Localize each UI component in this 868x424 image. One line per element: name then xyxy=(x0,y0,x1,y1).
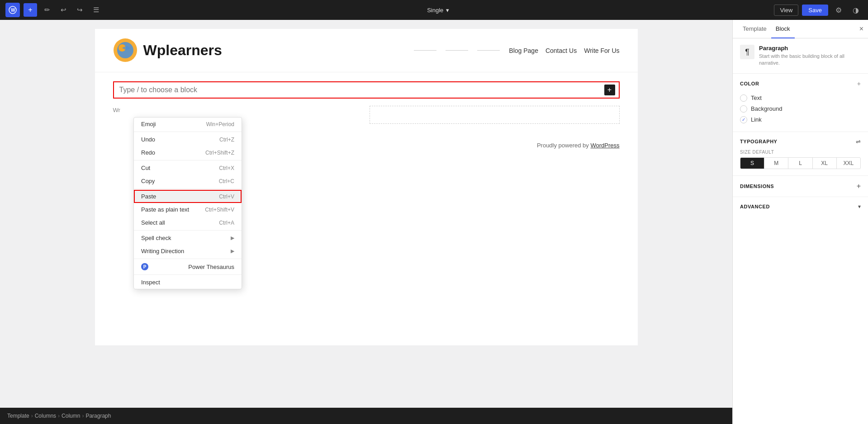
nav-contact[interactable]: Contact Us xyxy=(545,47,577,54)
paste-plain-label: Paste as plain text xyxy=(141,206,189,213)
site-content: Wplearners Blog Page Contact Us Write Fo… xyxy=(95,29,638,345)
view-button[interactable]: View xyxy=(774,5,798,16)
color-link[interactable]: ✓ Link xyxy=(740,114,861,125)
paste-label: Paste xyxy=(141,193,156,200)
size-l[interactable]: L xyxy=(788,158,812,169)
color-label: Color xyxy=(740,81,759,86)
spell-check-label: Spell check xyxy=(141,235,171,241)
color-options: Text Background ✓ Link xyxy=(740,93,861,125)
tab-block[interactable]: Block xyxy=(771,20,795,38)
color-header[interactable]: Color + xyxy=(740,80,861,87)
menu-spell-check[interactable]: Spell check ▶ xyxy=(134,231,242,245)
background-radio xyxy=(740,105,747,113)
breadcrumb-template[interactable]: Template xyxy=(7,413,29,419)
title-arrow[interactable]: ▾ xyxy=(446,7,449,14)
breadcrumb-paragraph[interactable]: Paragraph xyxy=(85,413,111,419)
paragraph-title: Paragraph xyxy=(759,45,861,52)
gear-icon: ⚙ xyxy=(835,6,842,14)
toolbar-center: Single ▾ xyxy=(427,7,449,14)
redo-button[interactable]: ↪ xyxy=(73,4,86,16)
undo-button[interactable]: ↩ xyxy=(57,4,70,16)
top-toolbar: W + ✏ ↩ ↪ ☰ Single ▾ View Save ⚙ ◑ xyxy=(0,0,868,20)
advanced-chevron-icon: ▾ xyxy=(858,203,861,210)
menu-redo[interactable]: Redo Ctrl+Shift+Z xyxy=(134,146,242,159)
divider-3 xyxy=(134,188,242,189)
writing-direction-label: Writing Direction xyxy=(141,248,184,254)
column-left-label: Wr xyxy=(113,107,120,113)
advanced-header[interactable]: Advanced ▾ xyxy=(740,203,861,210)
editor-area: Wplearners Blog Page Contact Us Write Fo… xyxy=(0,20,732,424)
divider-2 xyxy=(134,160,242,160)
size-xxl[interactable]: XXL xyxy=(837,158,860,169)
add-block-button[interactable]: + xyxy=(24,3,37,17)
menu-emoji[interactable]: Emoji Win+Period xyxy=(134,118,242,131)
nav-divider-3 xyxy=(477,50,500,51)
settings-button[interactable]: ⚙ xyxy=(832,3,845,17)
menu-power-thesaurus[interactable]: P Power Thesaurus xyxy=(134,260,242,273)
toolbar-right: View Save ⚙ ◑ xyxy=(774,3,863,17)
background-label: Background xyxy=(751,105,782,112)
select-all-shortcut: Ctrl+A xyxy=(219,220,234,226)
dimensions-header[interactable]: Dimensions + xyxy=(740,182,861,190)
typography-header: Typography ⇌ xyxy=(740,138,861,145)
nav-blog[interactable]: Blog Page xyxy=(509,47,538,54)
panel-close-button[interactable]: × xyxy=(859,25,863,33)
menu-paste[interactable]: Paste Ctrl+V xyxy=(134,190,242,203)
inspect-label: Inspect xyxy=(141,279,160,286)
list-button[interactable]: ☰ xyxy=(90,4,102,16)
size-s[interactable]: S xyxy=(740,158,764,169)
color-section: Color + Text Background ✓ Link xyxy=(733,74,868,132)
menu-copy[interactable]: Copy Ctrl+C xyxy=(134,174,242,188)
nav-links: Blog Page Contact Us Write For Us xyxy=(509,47,619,54)
link-label: Link xyxy=(751,116,762,123)
site-nav: Blog Page Contact Us Write For Us xyxy=(414,47,619,54)
breadcrumb-column[interactable]: Column xyxy=(62,413,80,419)
breadcrumb-chevron-1: › xyxy=(31,413,33,419)
color-background[interactable]: Background xyxy=(740,104,861,114)
block-input[interactable] xyxy=(114,82,619,98)
menu-inspect[interactable]: Inspect xyxy=(134,276,242,289)
divider-5 xyxy=(134,259,242,259)
theme-button[interactable]: ◑ xyxy=(849,3,863,17)
menu-select-all[interactable]: Select all Ctrl+A xyxy=(134,216,242,229)
undo-icon: ↩ xyxy=(61,6,66,14)
breadcrumb-columns[interactable]: Columns xyxy=(35,413,56,419)
menu-writing-direction[interactable]: Writing Direction ▶ xyxy=(134,245,242,258)
site-header: Wplearners Blog Page Contact Us Write Fo… xyxy=(95,29,638,72)
edit-button[interactable]: ✏ xyxy=(41,4,53,16)
redo-shortcut: Ctrl+Shift+Z xyxy=(205,150,234,156)
dimensions-expand-icon: + xyxy=(857,182,861,190)
typography-label: Typography xyxy=(740,139,778,144)
color-text[interactable]: Text xyxy=(740,93,861,104)
breadcrumb-bar: Template › Columns › Column › Paragraph xyxy=(0,408,732,424)
main-container: Wplearners Blog Page Contact Us Write Fo… xyxy=(0,0,868,424)
tab-template[interactable]: Template xyxy=(738,20,771,38)
size-options: S M L XL XXL xyxy=(740,157,861,169)
menu-paste-plain[interactable]: Paste as plain text Ctrl+Shift+V xyxy=(134,203,242,216)
save-button[interactable]: Save xyxy=(802,5,828,16)
cut-shortcut: Ctrl+X xyxy=(219,165,234,171)
color-expand-icon: + xyxy=(857,80,861,87)
paragraph-header: ¶ Paragraph Start with the basic buildin… xyxy=(733,38,868,74)
size-m[interactable]: M xyxy=(764,158,788,169)
menu-undo[interactable]: Undo Ctrl+Z xyxy=(134,133,242,146)
dimensions-label: Dimensions xyxy=(740,184,774,189)
advanced-label: Advanced xyxy=(740,204,770,209)
sliders-icon[interactable]: ⇌ xyxy=(856,138,861,145)
text-label: Text xyxy=(751,94,762,101)
divider-6 xyxy=(134,274,242,275)
theme-icon: ◑ xyxy=(853,6,859,14)
divider-1 xyxy=(134,132,242,132)
svg-text:W: W xyxy=(11,8,15,13)
footer-link[interactable]: WordPress xyxy=(590,142,619,149)
block-add-button[interactable]: + xyxy=(604,85,615,95)
size-xl[interactable]: XL xyxy=(813,158,837,169)
nav-write[interactable]: Write For Us xyxy=(584,47,619,54)
link-check: ✓ xyxy=(740,116,747,123)
text-radio xyxy=(740,94,747,102)
site-branding: Wplearners xyxy=(113,38,222,63)
menu-cut[interactable]: Cut Ctrl+X xyxy=(134,161,242,174)
redo-label: Redo xyxy=(141,149,155,156)
context-menu: Emoji Win+Period Undo Ctrl+Z Redo Ctrl+S… xyxy=(133,117,242,289)
wp-logo[interactable]: W xyxy=(5,3,20,17)
